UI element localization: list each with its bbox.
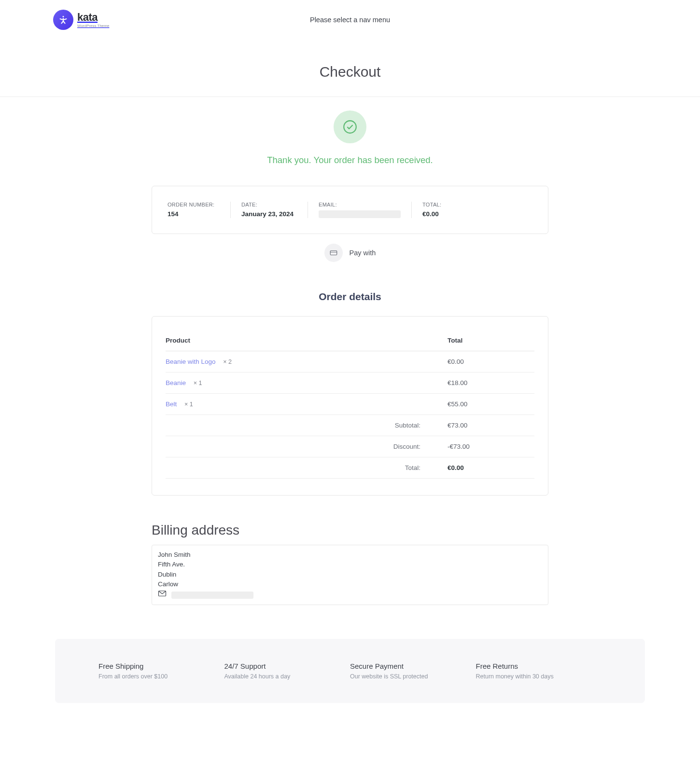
order-details-table: Product Total Beanie with Logo × 2 €0.00… [166,330,534,479]
subtotal-label: Subtotal: [166,415,448,436]
features-band: Free Shipping From all orders over $100 … [55,639,645,703]
order-details-heading: Order details [152,291,548,303]
payment-method-row: Pay with [152,244,548,262]
feature-item: 24/7 Support Available 24 hours a day [224,662,350,680]
grand-total-label: Total: [166,457,448,479]
order-total-label: TOTAL: [422,202,441,207]
discount-label: Discount: [166,436,448,457]
billing-address-box: John Smith Fifth Ave. Dublin Carlow [152,545,548,605]
discount-value: -€73.00 [448,436,534,457]
col-product-header: Product [166,330,448,351]
svg-point-0 [63,16,64,17]
product-line-total: €18.00 [448,372,534,394]
order-email-redacted [319,210,401,218]
feature-subtitle: Available 24 hours a day [224,673,350,680]
pay-with-label: Pay with [350,249,376,257]
logo-name: kata [77,12,109,23]
feature-title: 24/7 Support [224,662,350,670]
table-row: Belt × 1 €55.00 [166,394,534,415]
thank-you-message: Thank you. Your order has been received. [152,155,548,165]
subtotal-value: €73.00 [448,415,534,436]
feature-item: Free Shipping From all orders over $100 [98,662,224,680]
order-date-value: January 23, 2024 [241,210,297,218]
billing-region: Carlow [158,579,542,589]
feature-subtitle: Our website is SSL protected [350,673,476,680]
main-content: Thank you. Your order has been received.… [152,97,548,639]
feature-item: Free Returns Return money within 30 days [476,662,602,680]
grand-total-value: €0.00 [448,457,534,479]
feature-subtitle: From all orders over $100 [98,673,224,680]
logo-icon [53,10,73,30]
order-email-label: EMAIL: [319,202,401,207]
order-overview: ORDER NUMBER: 154 DATE: January 23, 2024… [152,186,548,234]
order-date-label: DATE: [241,202,297,207]
product-link[interactable]: Beanie [166,379,186,386]
order-number-label: ORDER NUMBER: [168,202,220,207]
product-line-total: €55.00 [448,394,534,415]
page-title: Checkout [0,64,700,80]
success-check-icon [334,110,366,143]
billing-city: Dublin [158,570,542,579]
order-total-value: €0.00 [422,210,441,218]
logo-text: kata WordPress Theme [77,12,109,28]
feature-item: Secure Payment Our website is SSL protec… [350,662,476,680]
product-qty: × 1 [184,401,193,408]
product-qty: × 2 [223,358,232,365]
feature-title: Free Shipping [98,662,224,670]
feature-subtitle: Return money within 30 days [476,673,602,680]
site-logo-link[interactable]: kata WordPress Theme [53,10,109,30]
success-icon-wrap [152,110,548,143]
table-row: Beanie with Logo × 2 €0.00 [166,351,534,372]
feature-title: Secure Payment [350,662,476,670]
billing-address-heading: Billing address [152,523,548,538]
logo-subtitle: WordPress Theme [77,24,109,28]
billing-email-redacted [171,592,253,599]
product-qty: × 1 [194,380,202,386]
svg-rect-2 [330,251,337,255]
billing-line1: Fifth Ave. [158,560,542,569]
order-number-value: 154 [168,210,220,218]
credit-card-icon [324,244,343,262]
billing-name: John Smith [158,550,542,560]
envelope-icon [158,590,167,600]
nav-placeholder-message: Please select a nav menu [310,16,390,24]
order-details-box: Product Total Beanie with Logo × 2 €0.00… [152,316,548,496]
product-link[interactable]: Belt [166,400,177,408]
product-line-total: €0.00 [448,351,534,372]
table-row: Beanie × 1 €18.00 [166,372,534,394]
feature-title: Free Returns [476,662,602,670]
svg-point-1 [344,121,356,133]
col-total-header: Total [448,330,534,351]
product-link[interactable]: Beanie with Logo [166,358,216,365]
site-header: kata WordPress Theme Please select a nav… [0,0,700,40]
